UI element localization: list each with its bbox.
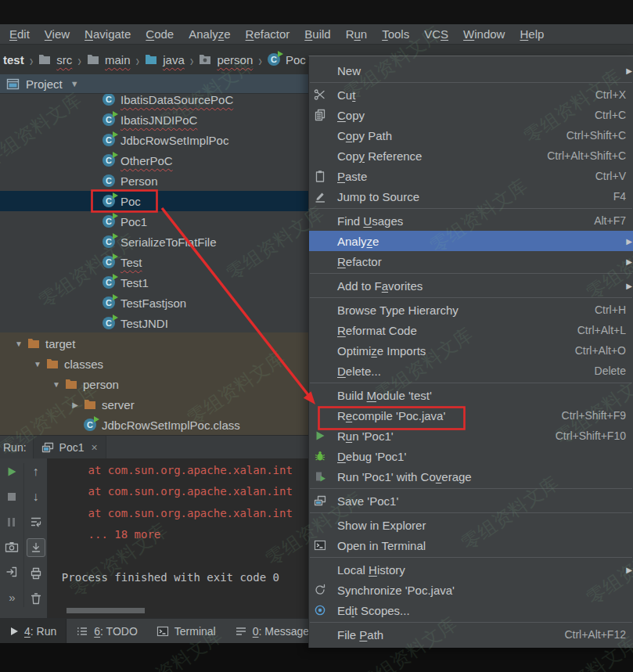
expander-expanded-icon[interactable]: ▼ [49,380,64,389]
debug-icon [314,450,326,462]
stop-icon[interactable] [3,488,20,505]
menu-item-label: Local History [337,563,405,577]
runnable-arrow-icon [113,253,118,260]
menu-item-label: Delete... [337,365,381,378]
main-menubar: EditViewNavigateCodeAnalyzeRefactorBuild… [0,24,633,45]
menubar-item-window[interactable]: Window [463,27,505,41]
tree-item-label: SerializeToFlatFile [120,235,217,249]
tree-item-person[interactable]: ▼person [0,374,361,394]
menubar-item-navigate[interactable]: Navigate [85,27,131,41]
menu-item-find-usages[interactable]: Find UsagesAlt+F7 [309,210,633,231]
soft-wrap-icon[interactable] [27,513,45,530]
menubar-item-run[interactable]: Run [346,27,368,41]
breadcrumb-item-java[interactable]: java [143,53,186,66]
rerun-icon[interactable] [3,463,20,480]
breadcrumb-separator: › [258,50,262,69]
menu-item-shortcut: Ctrl+X [595,88,626,101]
menu-item-run-poc1[interactable]: Run 'Poc1'Ctrl+Shift+F10 [309,426,633,446]
next-trace-icon[interactable]: ↓ [27,488,45,505]
run-tab-poc1[interactable]: Poc1 × [33,436,106,458]
run-tab-title: Poc1 [59,441,85,454]
scroll-to-end-icon[interactable] [27,538,45,557]
menu-item-optimize-imports[interactable]: Optimize ImportsCtrl+Alt+O [309,340,633,361]
print-icon[interactable] [27,565,45,582]
tree-item-target[interactable]: ▼target [0,333,324,354]
menu-item-label: Run 'Poc1' with Coverage [337,470,472,483]
folder-icon [87,54,99,65]
console-output[interactable]: at com.sun.org.apache.xalan.int at com.s… [49,460,311,613]
menu-item-browse-type-hierarchy[interactable]: Browse Type HierarchyCtrl+H [309,300,633,320]
menu-item-analyze[interactable]: Analyze▶ [309,231,633,251]
menubar-item-analyze[interactable]: Analyze [189,27,230,41]
toolwindow-button-4-run[interactable]: 4: Run [0,619,67,643]
clear-all-icon[interactable] [27,590,45,607]
menubar-item-build[interactable]: Build [304,27,330,41]
expander-expanded-icon[interactable]: ▼ [11,340,27,348]
toolwindow-button-label: Terminal [174,625,216,638]
menu-item-copy-reference[interactable]: Copy ReferenceCtrl+Alt+Shift+C [309,146,633,166]
menu-item-save-poc1[interactable]: Save 'Poc1' [309,491,633,511]
menu-item-synchronize-poc-java[interactable]: Synchronize 'Poc.java' [309,580,633,600]
menu-item-copy[interactable]: CopyCtrl+C [309,105,633,125]
breadcrumb-item-person[interactable]: person [197,53,254,66]
prev-trace-icon[interactable]: ↑ [27,463,45,480]
more-chevrons-icon[interactable]: » [3,588,20,606]
breadcrumb-item-src[interactable]: src [37,53,74,66]
menu-item-file-path[interactable]: File PathCtrl+Alt+F12 [309,624,633,645]
camera-icon[interactable] [3,538,20,555]
pause-icon[interactable] [3,513,20,530]
close-icon[interactable]: × [92,441,98,454]
copy-icon [314,109,326,121]
runnable-arrow-icon [278,51,283,57]
menu-item-reformat-code[interactable]: Reformat CodeCtrl+Alt+L [309,320,633,340]
menu-item-copy-path[interactable]: Copy PathCtrl+Shift+C [309,125,633,146]
project-toolwindow-header[interactable]: Project ▼ [0,74,313,94]
menu-item-edit-scopes[interactable]: Edit Scopes... [309,600,633,620]
tree-item-classes[interactable]: ▼classes [0,354,343,374]
todolist-icon [76,626,88,637]
tree-item-label: OtherPoC [120,154,173,167]
menubar-item-tools[interactable]: Tools [382,27,409,41]
menu-item-label: Show in Explorer [337,519,426,532]
menu-item-paste[interactable]: PasteCtrl+V [309,166,633,186]
menu-item-jump-to-source[interactable]: Jump to SourceF4 [309,186,633,207]
menubar-item-refactor[interactable]: Refactor [246,27,290,41]
menu-item-run-poc1-with-coverage[interactable]: Run 'Poc1' with Coverage [309,466,633,487]
menu-item-build-module-test[interactable]: Build Module 'test' [309,385,633,405]
menubar-item-edit[interactable]: Edit [9,27,30,41]
breadcrumb-item-poc[interactable]: CPoc [266,53,308,66]
chevron-down-icon[interactable]: ▼ [70,79,79,88]
menu-separator [310,557,632,558]
menubar-item-code[interactable]: Code [146,27,174,41]
menu-item-recompile-poc-java[interactable]: Recompile 'Poc.java'Ctrl+Shift+F9 [309,405,633,426]
menu-item-debug-poc1[interactable]: Debug 'Poc1' [309,446,633,466]
breadcrumb-item-test[interactable]: test [2,53,26,66]
project-title: Project [26,77,63,91]
menu-item-label: Find Usages [337,214,403,228]
folder-icon [27,338,40,349]
menu-item-add-to-favorites[interactable]: Add to Favorites▶ [309,275,633,296]
menu-item-delete[interactable]: Delete...Delete [309,361,633,381]
run-label: Run: [0,441,33,454]
horizontal-scrollbar[interactable] [67,608,145,613]
toolwindow-button-label: 6: TODO [94,625,138,638]
menu-item-open-in-terminal[interactable]: Open in Terminal [309,535,633,555]
expander-collapsed-icon[interactable]: ▶ [67,401,83,409]
menu-item-shortcut: Ctrl+Alt+Shift+C [547,149,626,162]
breadcrumb-item-main[interactable]: main [85,53,132,66]
menu-item-refactor[interactable]: Refactor▶ [309,251,633,271]
exit-icon[interactable] [3,563,20,580]
menubar-item-help[interactable]: Help [520,27,544,41]
menubar-item-vcs[interactable]: VCS [424,27,448,41]
toolwindow-button-6-todo[interactable]: 6: TODO [67,619,147,643]
menu-separator [310,383,632,383]
menu-item-cut[interactable]: CutCtrl+X [309,84,633,105]
runnable-arrow-icon [113,233,118,239]
class-icon: C [103,317,115,329]
menu-item-new[interactable]: New▶ [309,60,633,81]
expander-expanded-icon[interactable]: ▼ [30,360,45,368]
menu-item-show-in-explorer[interactable]: Show in Explorer [309,515,633,535]
menu-item-local-history[interactable]: Local History▶ [309,559,633,580]
toolwindow-button-terminal[interactable]: Terminal [147,619,225,643]
menubar-item-view[interactable]: View [45,27,70,41]
